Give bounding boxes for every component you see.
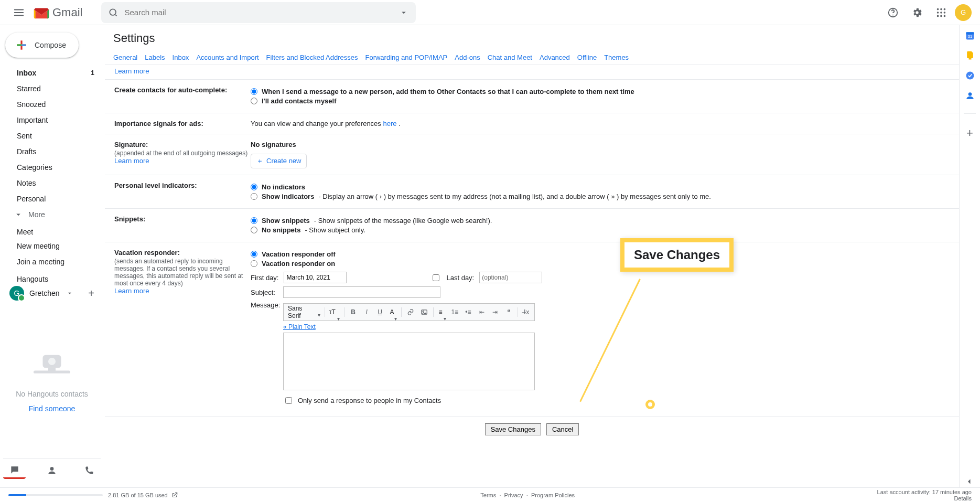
support-icon[interactable] — [882, 2, 903, 23]
meet-new-meeting[interactable]: New meeting — [3, 238, 101, 254]
signature-label: Signature: — [114, 141, 251, 148]
tab-inbox[interactable]: Inbox — [173, 50, 189, 65]
indicators-opt2a: Show indicators — [262, 193, 314, 200]
align-dropdown[interactable]: ≡ — [437, 308, 447, 316]
bulleted-list-icon[interactable]: •≡ — [462, 306, 474, 318]
message-textarea[interactable] — [283, 333, 535, 390]
svg-rect-15 — [48, 368, 56, 371]
rail-collapse-icon[interactable] — [965, 477, 975, 487]
link-icon[interactable] — [405, 306, 416, 318]
keep-icon[interactable] — [965, 50, 975, 61]
tasks-icon[interactable] — [965, 70, 975, 81]
plain-text-link[interactable]: « Plain Text — [283, 323, 316, 330]
underline-icon[interactable]: U — [374, 306, 386, 318]
snippets-radio-no[interactable] — [251, 227, 257, 233]
subject-input[interactable] — [283, 286, 440, 298]
search-input[interactable] — [122, 8, 395, 17]
last-day-input[interactable] — [479, 272, 542, 283]
indicators-radio-show[interactable] — [251, 193, 257, 200]
ads-here-link[interactable]: here — [383, 120, 396, 127]
sidebar-item-drafts[interactable]: Drafts — [3, 144, 101, 159]
sidebar-item-inbox[interactable]: Inbox 1 — [3, 65, 101, 81]
indent-icon[interactable]: ⇥ — [489, 306, 501, 318]
hangouts-find-someone[interactable]: Find someone — [29, 404, 76, 413]
footer-terms[interactable]: Terms — [480, 492, 496, 498]
plus-icon[interactable]: + — [88, 288, 94, 298]
hangouts-chat-tab-icon[interactable] — [3, 462, 26, 479]
meet-item-label: New meeting — [17, 242, 60, 250]
hangouts-avatar: G — [9, 286, 24, 301]
tab-labels[interactable]: Labels — [145, 50, 165, 65]
sidebar-item-important[interactable]: Important — [3, 112, 101, 128]
tab-general[interactable]: General — [113, 50, 137, 65]
first-day-input[interactable] — [284, 272, 347, 283]
snippets-radio-show[interactable] — [251, 217, 257, 224]
sidebar-item-starred[interactable]: Starred — [3, 81, 101, 97]
gear-icon[interactable] — [907, 2, 928, 23]
chevron-down-icon[interactable] — [395, 2, 413, 23]
italic-icon[interactable]: I — [361, 306, 372, 318]
only-contacts-checkbox[interactable] — [285, 397, 292, 404]
fontsize-dropdown[interactable]: τT — [328, 308, 341, 316]
main-menu-icon[interactable] — [8, 2, 29, 23]
sidebar-item-categories[interactable]: Categories — [3, 159, 101, 175]
gmail-logo[interactable]: Gmail — [33, 6, 82, 19]
autocomplete-radio-no[interactable] — [251, 98, 257, 104]
sidebar-item-sent[interactable]: Sent — [3, 128, 101, 144]
sidebar-item-label: Starred — [17, 84, 41, 93]
autocomplete-radio-yes[interactable] — [251, 88, 257, 95]
cancel-button[interactable]: Cancel — [546, 423, 579, 435]
textcolor-dropdown[interactable]: A — [387, 308, 398, 316]
tab-advanced[interactable]: Advanced — [540, 50, 570, 65]
quota-manage-icon[interactable] — [171, 492, 178, 499]
sidebar-more[interactable]: More — [3, 207, 101, 222]
search-icon[interactable] — [104, 2, 122, 23]
sidebar-item-notes[interactable]: Notes — [3, 175, 101, 191]
numbered-list-icon[interactable]: 1≡ — [449, 306, 461, 318]
save-button[interactable]: Save Changes — [485, 423, 541, 435]
indicators-radio-no[interactable] — [251, 184, 257, 190]
meet-join-meeting[interactable]: Join a meeting — [3, 254, 101, 270]
tab-forwarding[interactable]: Forwarding and POP/IMAP — [365, 50, 447, 65]
chevron-down-icon[interactable] — [66, 290, 73, 297]
font-dropdown[interactable]: Sans Serif — [286, 305, 321, 319]
sidebar-item-label: Inbox — [17, 69, 36, 77]
vacation-learn-more[interactable]: Learn more — [114, 287, 149, 295]
tab-addons[interactable]: Add-ons — [455, 50, 480, 65]
create-signature-button[interactable]: ＋Create new — [251, 154, 307, 168]
get-addons-icon[interactable]: + — [965, 126, 975, 137]
tab-filters[interactable]: Filters and Blocked Addresses — [266, 50, 358, 65]
meet-section-label: Meet — [3, 222, 101, 238]
signature-learn-more[interactable]: Learn more — [114, 157, 149, 165]
hangouts-contacts-tab-icon[interactable] — [40, 462, 63, 479]
hangouts-self[interactable]: G Gretchen + — [3, 285, 101, 301]
image-icon[interactable] — [418, 306, 430, 318]
clear-format-icon[interactable]: I̶x — [521, 306, 532, 318]
footer-privacy[interactable]: Privacy — [504, 492, 523, 498]
footer-policies[interactable]: Program Policies — [531, 492, 575, 498]
last-day-checkbox[interactable] — [433, 274, 439, 281]
quota-text: 2.81 GB of 15 GB used — [108, 492, 168, 498]
tab-accounts-import[interactable]: Accounts and Import — [196, 50, 259, 65]
sidebar-item-snoozed[interactable]: Snoozed — [3, 97, 101, 112]
apps-grid-icon[interactable] — [931, 2, 952, 23]
hangouts-empty-text: No Hangouts contacts — [16, 390, 88, 398]
tab-offline[interactable]: Offline — [577, 50, 597, 65]
quote-icon[interactable]: ❝ — [503, 306, 514, 318]
contacts-icon[interactable] — [965, 90, 975, 101]
compose-button[interactable]: Compose — [5, 33, 79, 58]
tab-themes[interactable]: Themes — [604, 50, 629, 65]
vacation-sublabel: (sends an automated reply to incoming me… — [114, 258, 251, 287]
bold-icon[interactable]: B — [348, 306, 359, 318]
search-bar[interactable] — [101, 2, 416, 23]
hangouts-phone-tab-icon[interactable] — [78, 462, 101, 479]
vacation-radio-on[interactable] — [251, 260, 257, 267]
avatar[interactable]: G — [955, 4, 972, 21]
sidebar-item-personal[interactable]: Personal — [3, 191, 101, 207]
outdent-icon[interactable]: ⇤ — [476, 306, 488, 318]
tab-chat-meet[interactable]: Chat and Meet — [488, 50, 532, 65]
vacation-radio-off[interactable] — [251, 251, 257, 258]
footer-details[interactable]: Details — [954, 495, 972, 501]
learn-more-top[interactable]: Learn more — [114, 67, 149, 75]
calendar-icon[interactable]: 31 — [965, 30, 975, 41]
